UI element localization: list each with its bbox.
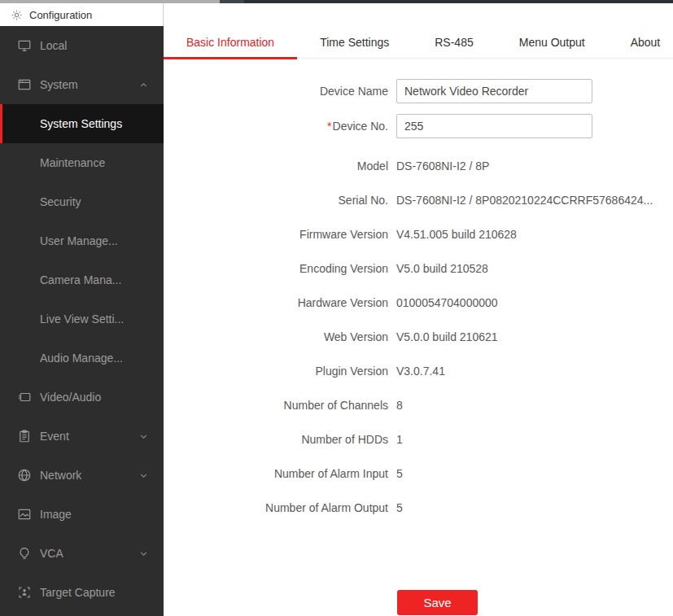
tab-time-settings[interactable]: Time Settings <box>297 26 412 59</box>
number-of-hdds-row: Number of HDDs 1 <box>164 422 673 457</box>
sidebar-item-image[interactable]: Image <box>0 495 164 534</box>
device-no-input[interactable] <box>396 114 592 138</box>
chevron-down-icon <box>138 548 149 559</box>
sidebar-item-video-audio[interactable]: Video/Audio <box>0 378 164 417</box>
sidebar-item-label: Security <box>40 195 81 208</box>
device-no-row: *Device No. <box>164 114 673 138</box>
sidebar-item-label: Audio Manage... <box>40 352 123 365</box>
window-icon <box>17 77 32 92</box>
model-value: DS-7608NI-I2 / 8P <box>396 159 489 173</box>
sidebar-item-label: Video/Audio <box>40 391 101 404</box>
basic-information-form: Device Name *Device No. Model DS-7608NI-… <box>164 59 673 615</box>
sidebar-item-security[interactable]: Security <box>0 182 164 221</box>
number-of-hdds-value: 1 <box>396 433 403 446</box>
main-content: Basic Information Time Settings RS-485 M… <box>164 26 673 616</box>
chevron-up-icon <box>138 80 149 90</box>
sidebar-item-label: Network <box>40 469 81 482</box>
plugin-version-value: V3.0.7.41 <box>396 365 445 378</box>
sidebar-item-local[interactable]: Local <box>0 26 164 65</box>
bulb-icon <box>17 546 32 561</box>
chevron-down-icon <box>138 470 149 481</box>
number-of-alarm-output-value: 5 <box>396 501 403 514</box>
device-no-label: *Device No. <box>164 120 388 133</box>
sidebar-item-camera-management[interactable]: Camera Mana... <box>0 260 164 299</box>
device-name-row: Device Name <box>164 79 673 103</box>
sidebar-item-label: User Manage... <box>40 234 118 247</box>
firmware-version-value: V4.51.005 build 210628 <box>396 228 517 241</box>
globe-icon <box>17 468 32 483</box>
tab-bar: Basic Information Time Settings RS-485 M… <box>164 26 673 59</box>
sidebar-item-event[interactable]: Event <box>0 417 164 456</box>
sidebar-item-live-view-settings[interactable]: Live View Setti... <box>0 299 164 339</box>
sidebar-item-label: System <box>40 78 78 91</box>
number-of-channels-value: 8 <box>396 399 403 412</box>
serial-no-row: Serial No. DS-7608NI-I2 / 8P0820210224CC… <box>164 183 673 217</box>
sidebar-item-label: Event <box>40 430 69 443</box>
plugin-version-row: Plugin Version V3.0.7.41 <box>164 354 673 388</box>
clipboard-icon <box>17 429 32 443</box>
hardware-version-value: 0100054704000000 <box>396 296 498 309</box>
sidebar-item-vca[interactable]: VCA <box>0 534 164 573</box>
monitor-icon <box>17 38 32 53</box>
sidebar-item-user-management[interactable]: User Manage... <box>0 221 164 260</box>
header: Configuration <box>0 3 673 26</box>
firmware-version-row: Firmware Version V4.51.005 build 210628 <box>164 217 673 251</box>
sidebar: Local System System Settings Maintenance… <box>0 26 164 616</box>
sidebar-item-system-settings[interactable]: System Settings <box>0 104 164 143</box>
chevron-down-icon <box>138 431 149 442</box>
tab-basic-information[interactable]: Basic Information <box>164 26 297 59</box>
tab-about[interactable]: About <box>608 26 673 59</box>
sidebar-item-maintenance[interactable]: Maintenance <box>0 143 164 182</box>
encoding-version-value: V5.0 build 210528 <box>396 262 488 275</box>
number-of-alarm-output-row: Number of Alarm Output 5 <box>164 491 673 525</box>
sidebar-item-label: VCA <box>40 547 63 560</box>
sidebar-item-audio-management[interactable]: Audio Manage... <box>0 339 164 378</box>
model-row: Model DS-7608NI-I2 / 8P <box>164 149 673 183</box>
sidebar-item-label: Target Capture <box>40 586 116 599</box>
sidebar-item-system[interactable]: System <box>0 65 164 104</box>
sidebar-item-label: Image <box>40 508 72 521</box>
image-icon <box>17 507 32 522</box>
device-name-label: Device Name <box>164 85 388 98</box>
tab-menu-output[interactable]: Menu Output <box>496 26 608 59</box>
sidebar-item-label: Camera Mana... <box>40 273 121 286</box>
number-of-alarm-input-row: Number of Alarm Input 5 <box>164 457 673 491</box>
hardware-version-row: Hardware Version 0100054704000000 <box>164 286 673 320</box>
gear-icon <box>11 9 23 21</box>
tab-rs-485[interactable]: RS-485 <box>412 26 496 59</box>
save-button[interactable]: Save <box>397 590 478 615</box>
number-of-channels-row: Number of Channels 8 <box>164 388 673 422</box>
number-of-alarm-input-value: 5 <box>396 467 403 480</box>
sidebar-item-target-capture[interactable]: Target Capture <box>0 573 164 612</box>
page-title: Configuration <box>29 9 92 21</box>
sidebar-item-label: Maintenance <box>40 156 105 169</box>
web-version-row: Web Version V5.0.0 build 210621 <box>164 320 673 354</box>
web-version-value: V5.0.0 build 210621 <box>396 330 498 343</box>
browser-tab-configuration[interactable]: Configuration <box>0 3 164 26</box>
required-asterisk: * <box>327 120 331 133</box>
video-icon <box>17 390 32 404</box>
serial-no-value: DS-7608NI-I2 / 8P0820210224CCRRF57686424… <box>396 194 653 207</box>
sidebar-item-label: Live View Setti... <box>40 312 124 325</box>
device-name-input[interactable] <box>396 79 592 103</box>
sidebar-item-label: System Settings <box>40 117 122 130</box>
sidebar-item-label: Local <box>40 39 67 52</box>
target-capture-icon <box>17 585 32 600</box>
sidebar-item-network[interactable]: Network <box>0 456 164 495</box>
encoding-version-row: Encoding Version V5.0 build 210528 <box>164 251 673 286</box>
